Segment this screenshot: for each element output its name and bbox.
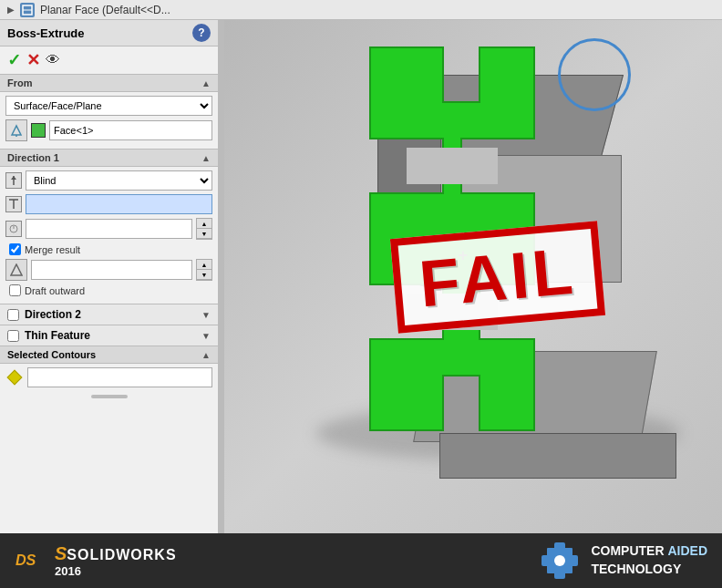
draft-outward-checkbox[interactable] [9,284,21,296]
draft-spinner: ▲ ▼ [196,259,212,281]
from-type-row: Surface/Face/PlaneSketch PlaneOffset [5,96,212,116]
fail-text: FAIL [417,237,579,316]
contour-input-row: Sketch1-Contour<1> [0,364,218,391]
svg-marker-9 [11,264,22,275]
depth-down-button[interactable]: ▼ [197,229,211,239]
from-collapse-icon[interactable]: ▲ [201,78,211,88]
ds-solidworks-icon: DS [15,544,47,577]
direction2-row: Direction 2 ▼ [0,304,218,325]
top-bar-content: ▶ Planar Face (Default<<D... [7,3,170,17]
draft-outward-label: Draft outward [25,285,85,296]
merge-result-label: Merge result [25,244,80,255]
computer-word: COMPUTER [591,543,667,558]
contour-value-input[interactable]: Sketch1-Contour<1> [27,367,212,387]
depth-value-input[interactable] [26,194,212,214]
direction1-section-body: BlindThrough AllUp To NextUp To VertexUp… [0,167,218,304]
from-section-header: From ▲ [0,74,218,92]
depth-measure-icon [5,221,22,237]
direction1-label: Direction 1 [7,152,59,163]
thin-feature-collapse-icon[interactable]: ▼ [201,331,211,341]
selected-contours-label: Selected Contours [7,349,96,360]
svg-point-20 [554,555,565,566]
depth-up-button[interactable]: ▲ [197,219,211,229]
draft-down-button[interactable]: ▼ [197,270,211,280]
from-section-body: Surface/Face/PlaneSketch PlaneOffset [0,92,218,149]
blue-circle-indicator [558,38,631,111]
direction1-section-header: Direction 1 ▲ [0,149,218,167]
svg-point-2 [15,135,17,137]
depth-icon [5,196,22,212]
direction1-collapse-icon[interactable]: ▲ [201,153,211,163]
arrow-icon: ▶ [7,5,15,15]
direction2-label: Direction 2 [25,308,81,321]
confirm-button[interactable]: ✓ [7,50,21,70]
face-color-swatch [31,123,46,138]
eye-button[interactable]: 👁 [46,52,60,68]
thin-feature-row: Thin Feature ▼ [0,325,218,346]
sw-ds-letter: S [55,543,67,564]
panel-actions: ✓ ✕ 👁 [0,46,218,74]
left-panel: Boss-Extrude ? ✓ ✕ 👁 From ▲ Surface/Face… [0,20,219,533]
scroll-indicator [0,391,218,402]
panel-header: Boss-Extrude ? [0,20,218,46]
dir1-type-select[interactable]: BlindThrough AllUp To NextUp To VertexUp… [26,170,212,191]
draft-icon [5,259,27,281]
draft-icon-row: ▲ ▼ [5,259,212,281]
sw-brand-row: S SOLIDWORKS [55,543,177,564]
direction2-collapse-icon[interactable]: ▼ [201,310,211,320]
svg-rect-11 [407,148,498,184]
depth-numeric-row: 0.0100in ▲ ▼ [5,218,212,240]
cat-text-group: COMPUTER AIDED TECHNOLOGY [591,542,707,578]
dir1-icon [5,172,22,189]
topbar-text: Planar Face (Default<<D... [40,4,170,16]
direction2-checkbox[interactable] [7,309,19,321]
face-input-row [5,119,212,141]
viewport: ⇗ + FAIL [224,20,722,533]
depth-input[interactable]: 0.0100in [26,219,192,239]
draft-outward-row: Draft outward [5,284,212,296]
selected-contours-collapse-icon[interactable]: ▲ [201,350,211,360]
selected-contours-header: Selected Contours ▲ [0,346,218,364]
fail-stamp: FAIL [390,221,605,333]
thin-feature-checkbox[interactable] [7,330,19,342]
merge-result-row: Merge result [5,243,212,255]
planar-face-icon [20,3,35,17]
face-value-input[interactable] [49,120,212,140]
cat-line2: TECHNOLOGY [591,562,681,576]
cancel-button[interactable]: ✕ [26,50,40,70]
svg-marker-4 [11,176,16,180]
sw-brand-name: SOLIDWORKS [67,547,176,563]
dir1-type-row: BlindThrough AllUp To NextUp To VertexUp… [5,170,212,191]
cat-logo: COMPUTER AIDED TECHNOLOGY [538,539,707,583]
from-type-select[interactable]: Surface/Face/PlaneSketch PlaneOffset [5,96,212,116]
draft-up-button[interactable]: ▲ [197,260,211,270]
depth-spinner: ▲ ▼ [196,218,212,240]
top-bar: ▶ Planar Face (Default<<D... [0,0,722,20]
face-ref-button[interactable] [5,119,27,141]
bottom-bar: DS S SOLIDWORKS 2016 COMPUTER AIDED [0,533,722,588]
help-button[interactable]: ? [192,24,211,42]
thin-feature-label: Thin Feature [25,329,90,342]
sw-year: 2016 [55,564,177,578]
cat-line1: COMPUTER AIDED [591,542,707,561]
sw-text-group: S SOLIDWORKS 2016 [55,543,177,578]
panel-title: Boss-Extrude [7,26,85,40]
dir1-depth-row [5,194,212,214]
model-background: ⇗ + FAIL [224,20,722,533]
merge-result-checkbox[interactable] [9,243,21,255]
cat-icon [538,539,582,583]
from-label: From [7,77,33,88]
solidworks-logo: DS S SOLIDWORKS 2016 [15,543,177,578]
aided-word: AIDED [667,543,707,558]
svg-text:DS: DS [15,552,36,568]
draft-value-input[interactable] [31,260,192,280]
